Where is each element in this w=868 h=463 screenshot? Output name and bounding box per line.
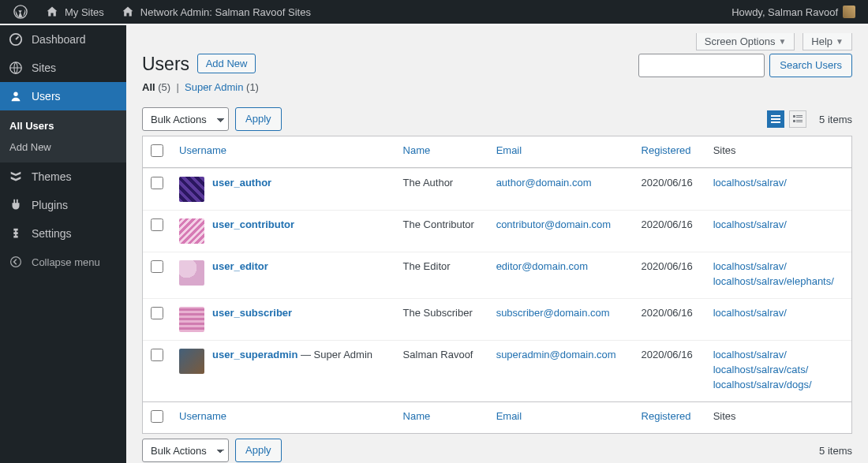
settings-icon [8, 226, 24, 241]
avatar [179, 260, 204, 286]
triangle-down-icon: ▼ [836, 37, 844, 46]
name-cell: The Subscriber [395, 298, 488, 340]
help-button[interactable]: Help▼ [803, 33, 852, 50]
view-switch [765, 110, 806, 128]
collapse-label: Collapse menu [32, 256, 100, 268]
submenu-item-add-new[interactable]: Add New [0, 136, 126, 158]
plugins-icon [8, 197, 24, 213]
bulk-actions-select[interactable]: Bulk Actions [142, 439, 229, 462]
col-email[interactable]: Email [496, 144, 522, 156]
sites-cell: localhost/salrav/localhost/salrav/elepha… [705, 252, 851, 298]
collapse-menu[interactable]: Collapse menu [0, 248, 126, 276]
row-checkbox[interactable] [151, 307, 163, 319]
svg-rect-8 [793, 115, 795, 118]
table-row: user_author The Author author@domain.com… [143, 168, 851, 210]
my-sites-label: My Sites [65, 6, 104, 18]
submenu-item-all-users[interactable]: All Users [0, 115, 126, 136]
registered-cell: 2020/06/16 [634, 340, 705, 401]
filter-super-count: (1) [246, 81, 259, 93]
add-new-button[interactable]: Add New [197, 54, 256, 73]
themes-icon [8, 169, 24, 185]
svg-rect-6 [771, 118, 780, 120]
bulk-actions-select[interactable]: Bulk Actions [142, 107, 229, 131]
site-link[interactable]: localhost/salrav/elephants/ [713, 275, 844, 287]
email-link[interactable]: superadmin@domain.com [496, 349, 616, 360]
select-all-checkbox[interactable] [151, 144, 163, 157]
filter-all-count: (5) [158, 81, 170, 93]
view-list-button[interactable] [767, 110, 784, 128]
filter-super-admin[interactable]: Super Admin [185, 81, 243, 93]
apply-button[interactable]: Apply [235, 107, 282, 131]
registered-cell: 2020/06/16 [634, 210, 705, 252]
col-name[interactable]: Name [403, 144, 431, 156]
sidebar-item-plugins[interactable]: Plugins [0, 191, 126, 219]
search-box: Search Users [638, 54, 852, 77]
page-title: Users [142, 54, 189, 75]
wp-logo[interactable] [6, 0, 35, 24]
site-link[interactable]: localhost/salrav/dogs/ [713, 379, 844, 390]
account-link[interactable]: Howdy, Salman Ravoof [725, 0, 862, 24]
network-admin-link[interactable]: Network Admin: Salman Ravoof Sites [114, 0, 317, 24]
username-link[interactable]: user_author [212, 177, 271, 189]
sidebar-item-label: Dashboard [32, 33, 86, 46]
email-link[interactable]: editor@domain.com [496, 260, 589, 272]
triangle-down-icon: ▼ [778, 37, 786, 46]
username-link[interactable]: user_editor [212, 260, 268, 272]
sidebar-item-dashboard[interactable]: Dashboard [0, 25, 126, 54]
view-excerpt-button[interactable] [789, 110, 806, 128]
svg-rect-13 [796, 121, 803, 122]
row-checkbox[interactable] [151, 349, 163, 361]
col-email[interactable]: Email [496, 410, 522, 422]
apply-button[interactable]: Apply [235, 439, 282, 462]
email-link[interactable]: subscriber@domain.com [496, 307, 610, 319]
site-link[interactable]: localhost/salrav/cats/ [713, 364, 844, 375]
registered-cell: 2020/06/16 [634, 168, 705, 210]
site-link[interactable]: localhost/salrav/ [713, 218, 844, 230]
sidebar-item-sites[interactable]: Sites [0, 54, 126, 82]
col-registered[interactable]: Registered [642, 144, 691, 156]
site-link[interactable]: localhost/salrav/ [713, 307, 844, 319]
col-sites: Sites [705, 401, 851, 433]
col-username[interactable]: Username [179, 144, 226, 156]
row-checkbox[interactable] [151, 218, 163, 231]
name-cell: The Contributor [395, 210, 488, 252]
email-link[interactable]: author@domain.com [496, 177, 592, 189]
svg-point-3 [13, 92, 17, 96]
sidebar-item-settings[interactable]: Settings [0, 219, 126, 248]
site-link[interactable]: localhost/salrav/ [713, 349, 844, 360]
select-all-checkbox[interactable] [151, 410, 163, 423]
table-header-row: Username Name Email Registered Sites [143, 136, 851, 168]
svg-rect-12 [796, 120, 803, 121]
username-link[interactable]: user_superadmin [212, 349, 297, 360]
sites-cell: localhost/salrav/ [705, 210, 851, 252]
col-name[interactable]: Name [403, 410, 431, 422]
username-link[interactable]: user_contributor [212, 218, 294, 230]
username-link[interactable]: user_subscriber [212, 307, 292, 319]
filter-all[interactable]: All [142, 81, 155, 93]
row-checkbox[interactable] [151, 177, 163, 189]
tablenav-bottom: Bulk Actions Apply 5 items [142, 439, 852, 462]
screen-options-button[interactable]: Screen Options▼ [696, 33, 795, 50]
screen-meta-links: Screen Options▼ Help▼ [142, 33, 852, 50]
svg-rect-11 [793, 120, 795, 122]
table-row: user_contributor The Contributor contrib… [143, 210, 851, 252]
site-link[interactable]: localhost/salrav/ [713, 260, 844, 272]
my-sites-link[interactable]: My Sites [38, 0, 110, 24]
sidebar-item-users[interactable]: Users [0, 82, 126, 110]
collapse-icon [8, 254, 24, 270]
col-registered[interactable]: Registered [642, 410, 691, 422]
svg-rect-5 [771, 115, 780, 117]
email-link[interactable]: contributor@domain.com [496, 218, 611, 230]
col-username[interactable]: Username [179, 410, 226, 422]
main-content: Screen Options▼ Help▼ Users Add New All … [126, 25, 868, 463]
users-icon [8, 88, 24, 104]
row-checkbox[interactable] [151, 260, 163, 273]
sites-cell: localhost/salrav/ [705, 168, 851, 210]
site-link[interactable]: localhost/salrav/ [713, 177, 844, 189]
sidebar-item-themes[interactable]: Themes [0, 162, 126, 191]
home-icon [44, 4, 60, 20]
search-input[interactable] [638, 54, 765, 77]
sidebar-item-label: Themes [32, 170, 72, 183]
items-count: 5 items [819, 445, 852, 457]
search-users-button[interactable]: Search Users [769, 54, 852, 77]
